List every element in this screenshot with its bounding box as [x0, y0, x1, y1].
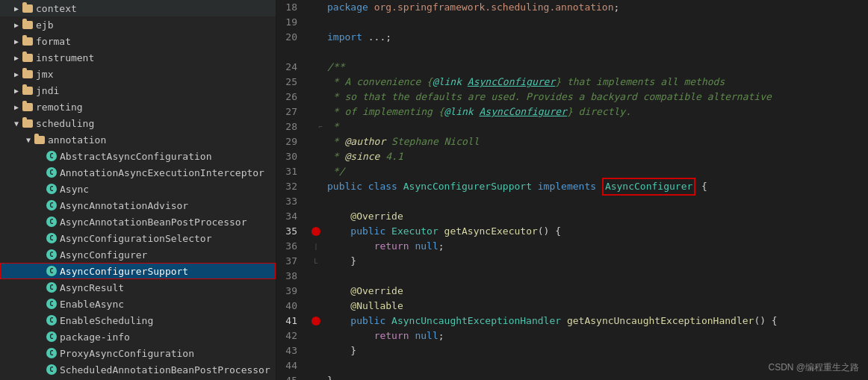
class-icon: C [46, 348, 57, 358]
expand-arrow: ▼ [24, 135, 33, 144]
sidebar-item-scheduling[interactable]: ▼ scheduling [0, 115, 276, 131]
sidebar-item-asyncconfigurer[interactable]: ▶ C AsyncConfigurer [0, 246, 276, 263]
code-line-19 [327, 15, 868, 30]
class-icon: C [46, 184, 57, 194]
folder-icon [22, 70, 33, 78]
collapse-arrow: ▶ [12, 20, 21, 29]
class-icon: C [46, 167, 57, 178]
sidebar-item-jndi[interactable]: ▶ jndi [0, 82, 276, 99]
sidebar-item-asyncannotationadvisor[interactable]: ▶ C AsyncAnnotationAdvisor [0, 197, 276, 214]
sidebar-item-asyncresult[interactable]: ▶ C AsyncResult [0, 279, 276, 296]
collapse-arrow: ▶ [12, 4, 21, 13]
class-icon: C [46, 364, 57, 375]
folder-icon [34, 136, 45, 144]
class-icon: C [46, 282, 57, 293]
sidebar-item-label: ProxyAsyncConfiguration [60, 348, 194, 359]
sidebar-item-ejb[interactable]: ▶ ejb [0, 16, 276, 33]
watermark: CSDN @编程重生之路 [768, 361, 859, 374]
collapse-arrow: ▶ [12, 86, 21, 95]
folder-icon [22, 37, 33, 46]
sidebar-item-package-info[interactable]: ▶ C package-info [0, 328, 276, 345]
folder-icon [22, 103, 33, 111]
sidebar-item-label: ejb [36, 19, 53, 31]
sidebar-item-label: jndi [36, 85, 59, 96]
folder-icon [22, 119, 33, 128]
sidebar-item-asyncconfigurersupport[interactable]: ▶ C AsyncConfigurerSupport [0, 263, 276, 279]
code-line-25: * A convenience {@link AsyncConfigurer} … [327, 75, 868, 90]
sidebar-item-label: AsyncAnnotationAdvisor [60, 200, 188, 211]
collapse-arrow: ▶ [12, 102, 21, 111]
sidebar-item-annotation[interactable]: ▼ annotation [0, 131, 276, 148]
sidebar-item-label: AsyncResult [60, 282, 124, 293]
breakpoint-line-41[interactable] [308, 314, 324, 328]
folder-icon [22, 54, 33, 62]
collapse-arrow: ▶ [12, 53, 21, 62]
code-line-30: * @since 4.1 [327, 149, 868, 164]
line-numbers: 18 19 20 24 25 26 27 28 29 30 31 32 33 3… [276, 0, 308, 380]
gutter: ⌐ | L [308, 0, 324, 380]
sidebar-item-asyncconfigurationselector[interactable]: ▶ C AsyncConfigurationSelector [0, 230, 276, 246]
class-icon: C [46, 217, 57, 227]
sidebar-item-label: AsyncConfigurer [60, 249, 147, 261]
breakpoint-icon[interactable] [311, 227, 320, 236]
sidebar-item-label: package-info [60, 331, 130, 343]
code-line-32: public class AsyncConfigurerSupport impl… [327, 179, 868, 194]
code-content: package org.springframework.scheduling.a… [324, 0, 868, 380]
code-editor: 18 19 20 24 25 26 27 28 29 30 31 32 33 3… [276, 0, 868, 380]
code-line-33 [327, 194, 868, 209]
interface-highlight: AsyncConfigurer [602, 178, 695, 196]
sidebar-item-scheduled[interactable]: ▶ C ScheduledAnnotationBeanPostProcessor [0, 361, 276, 378]
code-line-38 [327, 269, 868, 284]
sidebar-item-label: AsyncConfigurerSupport [60, 266, 188, 277]
sidebar-item-label: AsyncConfigurationSelector [60, 233, 212, 244]
class-icon: C [46, 200, 57, 211]
file-tree[interactable]: ▶ context ▶ ejb ▶ format ▶ instrument ▶ … [0, 0, 276, 380]
collapse-arrow: ▶ [12, 69, 21, 78]
sidebar-item-enablescheduling[interactable]: ▶ C EnableScheduling [0, 312, 276, 328]
sidebar-item-format[interactable]: ▶ format [0, 33, 276, 49]
sidebar-item-proxyasyncconfiguration[interactable]: ▶ C ProxyAsyncConfiguration [0, 345, 276, 361]
code-line-36: return null; [327, 239, 868, 254]
code-line-41: public AsyncUncaughtExceptionHandler get… [327, 314, 868, 328]
sidebar-item-label: AsyncAnnotationBeanPostProcessor [60, 217, 247, 228]
code-line-34: @Override [327, 209, 868, 224]
folder-icon [22, 87, 33, 95]
sidebar-item-instrument[interactable]: ▶ instrument [0, 49, 276, 66]
code-line-42: return null; [327, 328, 868, 343]
sidebar-item-label: jmx [36, 69, 53, 80]
class-icon: C [46, 151, 57, 161]
sidebar-item-label: context [36, 3, 77, 14]
sidebar-item-annotationasyncexecutioninterceptor[interactable]: ▶ C AnnotationAsyncExecutionInterceptor [0, 164, 276, 181]
sidebar-item-label: ScheduledAnnotationBeanPostProcessor [60, 364, 270, 376]
sidebar-item-label: annotation [48, 134, 106, 146]
sidebar-item-label: instrument [36, 52, 94, 63]
sidebar-item-async[interactable]: ▶ C Async [0, 181, 276, 197]
code-line-43: } [327, 343, 868, 358]
sidebar-item-abstractasyncconfiguration[interactable]: ▶ C AbstractAsyncConfiguration [0, 148, 276, 164]
class-icon: C [46, 299, 57, 309]
breakpoint-line-35[interactable] [308, 224, 324, 239]
sidebar-item-jmx[interactable]: ▶ jmx [0, 66, 276, 82]
fold-marker: | [314, 243, 317, 250]
sidebar-item-asyncannotationbeanpostprocessor[interactable]: ▶ C AsyncAnnotationBeanPostProcessor [0, 214, 276, 230]
code-line-40: @Nullable [327, 299, 868, 314]
sidebar-item-label: remoting [36, 102, 83, 113]
class-icon: C [46, 266, 57, 276]
sidebar-item-remoting[interactable]: ▶ remoting [0, 99, 276, 115]
folder-icon [22, 4, 33, 13]
class-icon: C [46, 233, 57, 243]
class-icon: C [46, 315, 57, 326]
sidebar-item-label: AbstractAsyncConfiguration [60, 151, 212, 162]
sidebar-item-enableasync[interactable]: ▶ C EnableAsync [0, 296, 276, 312]
code-line-26: * so that the defaults are used. Provide… [327, 90, 868, 105]
breakpoint-icon[interactable] [311, 317, 320, 326]
sidebar-item-context[interactable]: ▶ context [0, 0, 276, 16]
collapse-arrow: ▶ [12, 37, 21, 46]
fold-marker: L [314, 258, 317, 265]
expand-arrow: ▼ [12, 119, 21, 128]
code-line-24: /** [327, 60, 868, 75]
code-line-45: } [327, 373, 868, 380]
sidebar-item-label: AnnotationAsyncExecutionInterceptor [60, 167, 264, 178]
code-line-18: package org.springframework.scheduling.a… [327, 0, 868, 15]
code-line-29: * @author Stephane Nicoll [327, 134, 868, 149]
